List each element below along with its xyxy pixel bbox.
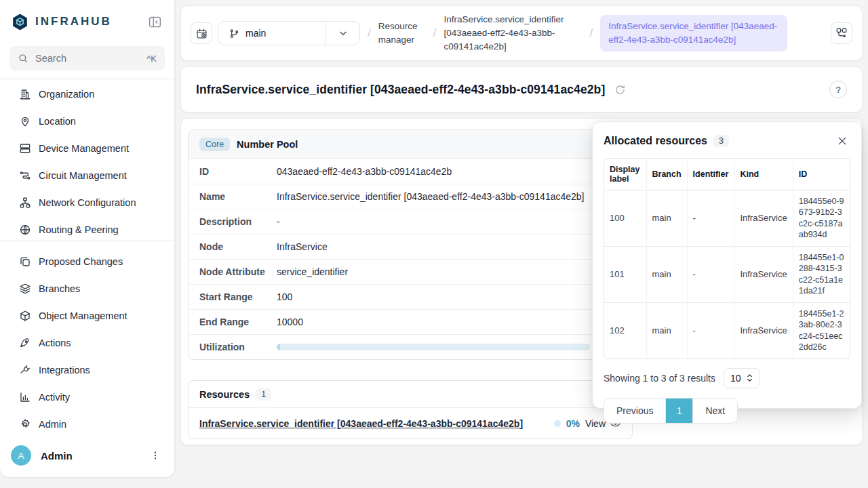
breadcrumb-separator: /: [589, 26, 593, 40]
help-button[interactable]: ?: [829, 81, 847, 98]
sidebar-item-proposed-changes[interactable]: Proposed Changes: [0, 248, 174, 275]
sidebar-nav-primary: Organization Location Device Management …: [0, 79, 174, 241]
calendar-clock-icon: [196, 28, 208, 39]
branch-selector-value[interactable]: main: [218, 22, 326, 45]
branch-selector[interactable]: main: [218, 21, 360, 45]
close-icon: [837, 136, 848, 146]
next-page-button[interactable]: Next: [692, 399, 737, 423]
plug-icon: [19, 364, 31, 376]
column-header-kind: Kind: [734, 159, 793, 190]
utilization-progress-fill: [277, 344, 280, 350]
cell-kind: InfraService: [734, 246, 793, 302]
field-value: InfraService: [277, 241, 621, 252]
column-header-id: ID: [793, 159, 850, 190]
sidebar-item-admin[interactable]: Admin: [0, 411, 174, 438]
cell-identifier: -: [687, 246, 734, 302]
table-row: 101 main - InfraService 184455e1-0288-43…: [604, 246, 850, 302]
map-pin-icon: [19, 115, 31, 127]
pagination: Previous 1 Next: [604, 398, 738, 424]
utilization-progress-bar: [277, 344, 590, 350]
page-size-select[interactable]: 10: [724, 368, 760, 388]
field-value: 043aeaed-eff2-4e43-a3bb-c09141ac4e2b: [277, 166, 621, 177]
sidebar-item-label: Actions: [39, 338, 71, 348]
panel-collapse-icon: [148, 15, 162, 29]
sidebar-nav-secondary: Proposed Changes Branches Object Managem…: [0, 241, 174, 438]
field-value: InfraService.service_identifier [043aeae…: [277, 191, 621, 202]
user-menu: A Admin: [0, 442, 174, 469]
resource-list-item: InfraService.service_identifier [043aeae…: [189, 408, 632, 439]
field-label: ID: [199, 166, 277, 177]
sidebar-item-label: Proposed Changes: [39, 256, 123, 267]
globe-icon: [19, 224, 31, 236]
field-row-node-attribute: Node Attribute service_identifier: [189, 259, 632, 284]
search-placeholder: Search: [35, 53, 140, 64]
date-picker-button[interactable]: [191, 22, 212, 44]
schema-visualizer-button[interactable]: [831, 22, 852, 44]
resource-link[interactable]: InfraService.service_identifier [043aeae…: [199, 418, 523, 429]
close-button[interactable]: [834, 133, 850, 149]
breadcrumb-current[interactable]: InfraService.service_identifier [043aeae…: [600, 15, 787, 52]
resource-percent: 0%: [566, 418, 580, 429]
number-pool-header: Core Number Pool: [189, 130, 632, 159]
cell-branch: main: [646, 302, 687, 359]
breadcrumb-pool[interactable]: InfraService.service_identifier [043aeae…: [443, 13, 582, 54]
sidebar-item-activity[interactable]: Activity: [0, 384, 174, 411]
sidebar-item-routing-peering[interactable]: Routing & Peering: [0, 216, 174, 241]
current-page-button[interactable]: 1: [665, 399, 692, 423]
sidebar-item-label: Device Management: [39, 143, 129, 154]
cell-branch: main: [646, 190, 687, 246]
field-label: Node Attribute: [199, 266, 277, 277]
sidebar-item-organization[interactable]: Organization: [0, 81, 174, 108]
content-area: Core Number Pool ID 043aeaed-eff2-4e43-a…: [180, 118, 863, 445]
column-header-branch: Branch: [646, 159, 687, 190]
field-label: Description: [199, 216, 277, 227]
sidebar-item-circuit-management[interactable]: Circuit Management: [0, 162, 174, 189]
previous-page-button[interactable]: Previous: [604, 399, 665, 423]
cell-kind: InfraService: [734, 302, 793, 359]
cell-identifier: -: [687, 302, 734, 359]
brand-name: INFRAHUB: [35, 15, 112, 28]
resources-title: Resources: [199, 389, 250, 400]
sidebar-item-label: Integrations: [39, 365, 90, 375]
field-row-node: Node InfraService: [189, 234, 632, 259]
user-name: Admin: [41, 450, 147, 462]
cube-icon: [19, 310, 31, 322]
sidebar-item-label: Activity: [39, 392, 70, 403]
sidebar-item-network-configuration[interactable]: Network Configuration: [0, 189, 174, 216]
layers-icon: [19, 283, 31, 295]
allocated-resources-table: Display label Branch Identifier Kind ID …: [604, 158, 850, 359]
sidebar-item-integrations[interactable]: Integrations: [0, 357, 174, 384]
results-summary: Showing 1 to 3 of 3 results: [604, 373, 715, 384]
search-shortcut: ^K: [146, 54, 157, 64]
cell-id: 184455e1-23ab-80e2-3c24-c51eec2dd26c: [793, 302, 850, 359]
sidebar-item-actions[interactable]: Actions: [0, 329, 174, 357]
cell-display-label: 102: [604, 302, 646, 359]
cell-id: 184455e1-0288-4315-3c22-c51a1e1da21f: [793, 246, 850, 302]
sidebar-item-label: Admin: [39, 419, 66, 430]
field-value: -: [277, 216, 621, 227]
branch-selector-caret[interactable]: [326, 22, 359, 45]
field-row-utilization: Utilization: [189, 334, 632, 359]
field-value: service_identifier: [277, 266, 621, 277]
chevron-down-icon: [338, 28, 349, 39]
page-title: InfraService.service_identifier [043aeae…: [196, 83, 605, 97]
field-label: End Range: [199, 317, 277, 327]
search-input[interactable]: Search ^K: [9, 46, 165, 70]
app-logo: INFRAHUB: [11, 13, 146, 31]
page-header: InfraService.service_identifier [043aeae…: [180, 66, 863, 113]
sidebar-collapse-button[interactable]: [146, 13, 163, 30]
topbar: main / Resource manager / InfraService.s…: [180, 5, 863, 61]
user-menu-button[interactable]: [147, 447, 163, 464]
sidebar-item-branches[interactable]: Branches: [0, 275, 174, 302]
field-label: Start Range: [199, 291, 277, 302]
breadcrumb-resource-manager[interactable]: Resource manager: [378, 20, 426, 47]
sidebar-item-location[interactable]: Location: [0, 108, 174, 135]
refresh-icon: [614, 84, 626, 96]
sidebar-item-label: Branches: [39, 283, 80, 294]
sidebar-item-label: Network Configuration: [39, 197, 136, 208]
refresh-button[interactable]: [614, 84, 626, 96]
number-pool-title: Number Pool: [237, 139, 298, 150]
sidebar-item-object-management[interactable]: Object Management: [0, 302, 174, 329]
gear-icon: [19, 418, 31, 430]
sidebar-item-device-management[interactable]: Device Management: [0, 135, 174, 162]
